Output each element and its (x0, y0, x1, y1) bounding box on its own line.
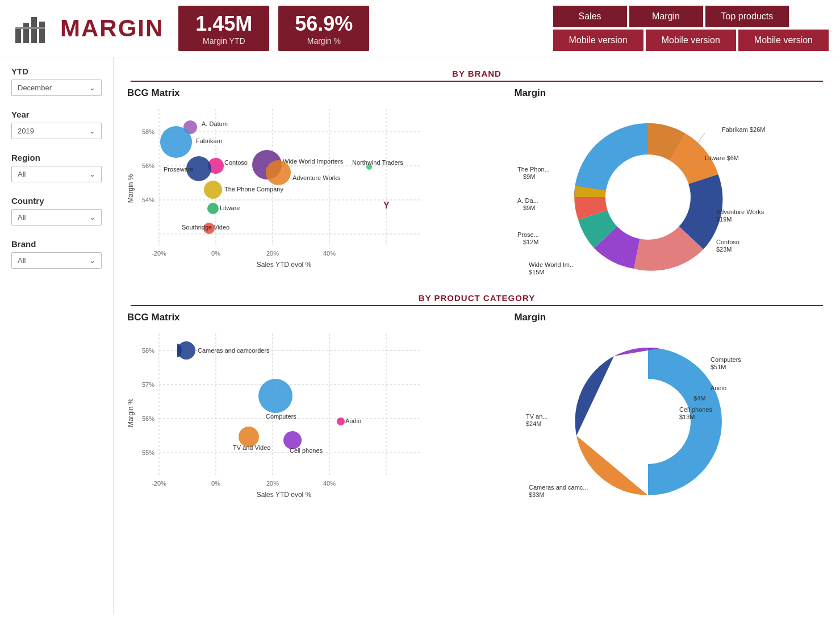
svg-text:$33M: $33M (529, 491, 545, 498)
svg-text:$19M: $19M (716, 216, 732, 223)
svg-text:57%: 57% (142, 381, 154, 388)
svg-text:Cameras and camcorders: Cameras and camcorders (198, 347, 270, 354)
filter-brand-value: All (18, 256, 26, 265)
svg-text:$24M: $24M (526, 420, 542, 427)
svg-rect-0 (15, 28, 21, 43)
chevron-down-icon-5: ⌄ (89, 256, 95, 265)
svg-text:A. Datum: A. Datum (202, 120, 228, 127)
svg-text:40%: 40% (323, 250, 336, 257)
filter-year-value: 2019 (18, 127, 34, 135)
nav-mobile1-button[interactable]: Mobile version (553, 30, 643, 51)
by-category-header: BY PRODUCT CATEGORY (131, 287, 823, 306)
svg-text:Contoso: Contoso (224, 159, 248, 166)
bcg-category-title: BCG Matrix (125, 312, 512, 323)
donut-brand-svg: Fabrikam $26M Litware $6M The Phon... $9… (512, 103, 784, 279)
donut-category-title: Margin (512, 312, 829, 323)
bcg-brand-title: BCG Matrix (125, 87, 512, 99)
svg-point-82 (258, 379, 292, 413)
filter-brand-select[interactable]: All ⌄ (11, 252, 102, 269)
logo (11, 9, 51, 48)
svg-text:Sales YTD evol %: Sales YTD evol % (257, 261, 312, 269)
main-layout: YTD December ⌄ Year 2019 ⌄ Region All ⌄ … (0, 57, 840, 614)
svg-text:Audio: Audio (711, 385, 726, 391)
svg-text:A. Da...: A. Da... (517, 197, 538, 204)
nav-sales-button[interactable]: Sales (553, 6, 627, 27)
by-category-section: BY PRODUCT CATEGORY BCG Matrix (119, 287, 834, 506)
svg-text:Adventure Works: Adventure Works (292, 174, 341, 181)
svg-text:Cell phones: Cell phones (679, 406, 713, 413)
svg-text:40%: 40% (323, 480, 336, 487)
nav-mobile2-button[interactable]: Mobile version (646, 30, 736, 51)
nav-row-2: Mobile version Mobile version Mobile ver… (553, 30, 829, 51)
svg-text:$13M: $13M (679, 414, 695, 420)
svg-rect-3 (39, 22, 45, 43)
bcg-brand-chart: BCG Matrix 58% 56% (125, 87, 512, 276)
nav-mobile3-button[interactable]: Mobile version (738, 30, 829, 51)
svg-point-26 (160, 126, 192, 158)
filter-region-value: All (18, 170, 26, 178)
svg-text:Southridge Video: Southridge Video (182, 224, 229, 231)
filter-country: Country All ⌄ (11, 196, 102, 225)
svg-text:Contoso: Contoso (716, 239, 739, 245)
bcg-brand-svg: 58% 56% 54% -20% 0% 20% 40% Sales YTD ev… (125, 103, 432, 274)
filter-year-select[interactable]: 2019 ⌄ (11, 123, 102, 139)
svg-text:$4M: $4M (693, 395, 705, 402)
svg-text:Margin %: Margin % (127, 398, 135, 427)
svg-text:Computers: Computers (266, 413, 296, 420)
svg-text:20%: 20% (266, 250, 279, 257)
donut-brand-chart: Margin (512, 87, 829, 282)
svg-text:Litware $6M: Litware $6M (705, 154, 739, 161)
svg-text:$51M: $51M (711, 364, 726, 370)
nav-topproducts-button[interactable]: Top products (705, 6, 789, 27)
kpi-margin-pct: 56.9% Margin % (278, 6, 369, 51)
svg-text:The Phone Company: The Phone Company (224, 186, 283, 193)
svg-text:0%: 0% (211, 480, 220, 487)
svg-text:Y: Y (383, 201, 390, 210)
by-brand-header: BY BRAND (131, 63, 823, 82)
by-brand-charts-row: BCG Matrix 58% 56% (119, 87, 834, 282)
svg-text:56%: 56% (142, 162, 154, 169)
filter-country-select[interactable]: All ⌄ (11, 209, 102, 225)
svg-point-44 (605, 154, 691, 240)
bcg-category-svg: 58% 57% 56% 55% -20% 0% 20% 40% Sales YT… (125, 328, 432, 504)
chevron-down-icon-3: ⌄ (89, 170, 95, 178)
svg-text:58%: 58% (142, 128, 154, 135)
svg-text:$9M: $9M (523, 173, 535, 180)
nav-margin-button[interactable]: Margin (629, 6, 703, 27)
svg-text:TV and Video: TV and Video (233, 444, 270, 451)
svg-text:Audio: Audio (345, 417, 361, 424)
svg-text:Prose...: Prose... (517, 231, 539, 238)
svg-text:$23M: $23M (716, 246, 732, 253)
svg-point-88 (337, 417, 345, 425)
svg-text:TV an...: TV an... (526, 413, 548, 420)
svg-text:-20%: -20% (152, 480, 166, 487)
svg-point-39 (207, 203, 219, 214)
filter-region-select[interactable]: All ⌄ (11, 166, 102, 182)
svg-point-90 (605, 379, 691, 464)
chevron-down-icon-2: ⌄ (89, 127, 95, 135)
svg-text:20%: 20% (266, 480, 279, 487)
svg-rect-1 (23, 23, 29, 43)
svg-text:Proseware: Proseware (164, 166, 194, 173)
svg-point-37 (204, 181, 222, 199)
header: MARGIN 1.45M Margin YTD 56.9% Margin % S… (0, 0, 840, 57)
svg-text:Adventure Works: Adventure Works (716, 208, 764, 215)
filter-region: Region All ⌄ (11, 153, 102, 182)
svg-text:56%: 56% (142, 415, 154, 422)
nav-group: Sales Margin Top products Mobile version… (553, 6, 829, 51)
svg-text:Computers: Computers (711, 356, 741, 363)
filter-year-label: Year (11, 110, 102, 119)
filter-ytd-select[interactable]: December ⌄ (11, 80, 102, 96)
filter-ytd-value: December (18, 83, 52, 92)
filter-brand-label: Brand (11, 239, 102, 249)
svg-text:55%: 55% (142, 449, 154, 456)
donut-category-chart: Margin (512, 312, 829, 506)
donut-brand-title: Margin (512, 87, 829, 99)
svg-text:The Phon...: The Phon... (517, 166, 550, 173)
svg-text:Cell phones: Cell phones (290, 447, 323, 454)
svg-text:Cameras and camc...: Cameras and camc... (529, 484, 588, 491)
svg-text:Northwind Traders: Northwind Traders (352, 159, 403, 166)
filter-region-label: Region (11, 153, 102, 162)
svg-text:0%: 0% (211, 250, 220, 257)
svg-text:Wide World Importers: Wide World Importers (283, 158, 344, 165)
